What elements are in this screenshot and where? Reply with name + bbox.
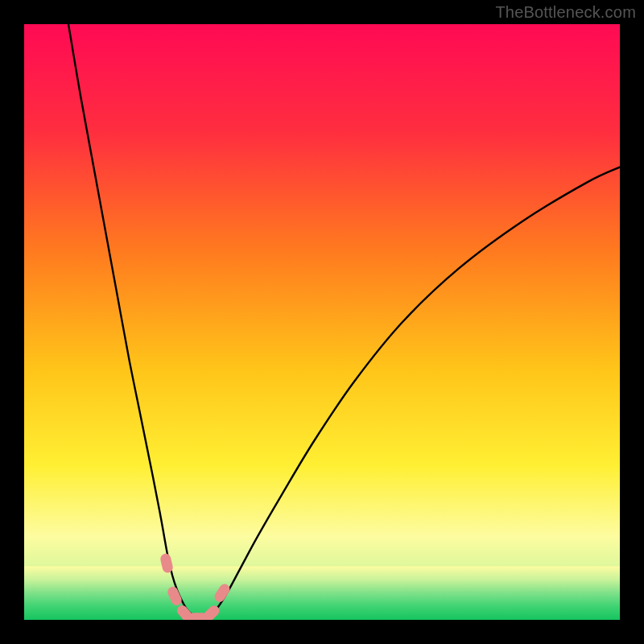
data-marker	[159, 553, 174, 574]
data-marker	[166, 585, 184, 607]
data-marker	[213, 582, 232, 604]
watermark-text: TheBottleneck.com	[495, 3, 636, 22]
chart-frame: TheBottleneck.com	[0, 0, 644, 644]
plot-area	[24, 24, 620, 620]
data-marker	[200, 604, 221, 620]
data-markers	[24, 24, 620, 620]
